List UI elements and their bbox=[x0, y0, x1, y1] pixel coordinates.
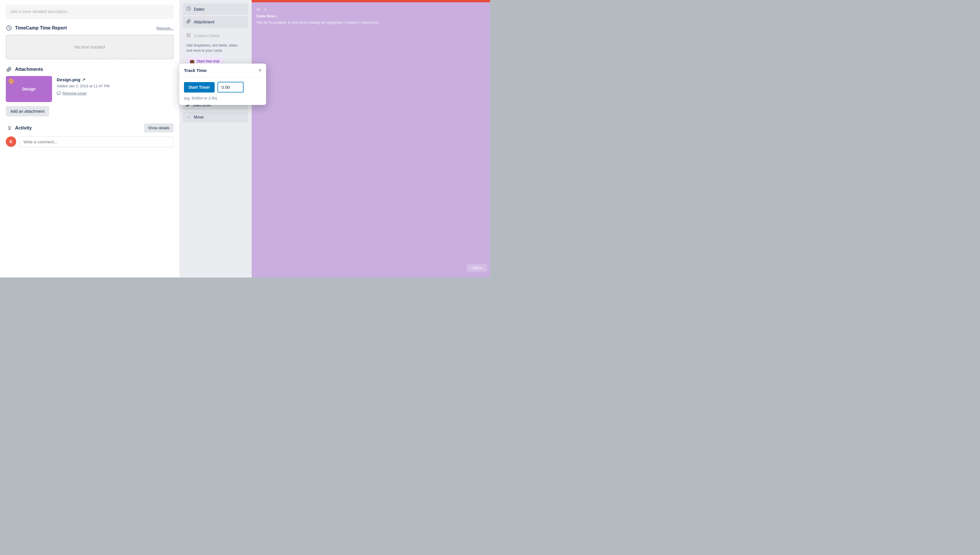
sidebar-attachment[interactable]: Attachment bbox=[183, 16, 248, 28]
modal-controls: Start Timer bbox=[184, 82, 262, 93]
custom-fields-label: Custom Fields bbox=[194, 34, 220, 38]
svg-rect-10 bbox=[189, 34, 190, 35]
activity-header: Activity Show details bbox=[6, 124, 174, 132]
far-right-card-title: Code Revi... bbox=[256, 14, 485, 18]
eye-icon bbox=[256, 8, 260, 11]
custom-fields-header: Custom Fields bbox=[183, 30, 248, 42]
start-timer-modal-button[interactable]: Start Timer bbox=[184, 82, 215, 93]
remove-cover-label: Remove cover bbox=[63, 91, 87, 95]
modal-title: Track Time bbox=[184, 68, 207, 73]
no-time-label: No time tracked bbox=[74, 45, 105, 50]
briefcase-icon: 💼 bbox=[190, 59, 194, 63]
free-trial-label: Start free trial bbox=[197, 59, 219, 63]
attachments-title: Attachments bbox=[15, 67, 43, 72]
paperclip-icon bbox=[6, 66, 12, 72]
attachment-item: 🎨 Design Design.png ↗ Added Jan 2, 2019 … bbox=[6, 76, 174, 102]
time-hint: (eg. 2h30m or 2.5h) bbox=[184, 96, 262, 100]
far-right-panel: ... Code Revi... This list ha enabled, t… bbox=[252, 0, 490, 278]
sidebar-move[interactable]: → Move bbox=[183, 112, 248, 123]
arrow-right-icon: → bbox=[186, 114, 191, 120]
svg-point-14 bbox=[258, 9, 259, 10]
timecamp-header: TimeCamp Time Report Remove... bbox=[6, 25, 174, 31]
attachment-filename: Design.png bbox=[57, 77, 80, 82]
modal-body: Start Timer (eg. 2h30m or 2.5h) bbox=[179, 77, 266, 105]
add-attachment-button[interactable]: Add an attachment bbox=[6, 106, 49, 117]
avatar-initial: E bbox=[10, 140, 12, 144]
dates-label: Dates bbox=[194, 7, 204, 11]
activity-title-group: Activity bbox=[6, 125, 32, 131]
thumb-label: Design bbox=[22, 87, 36, 91]
attachment-date: Added Jan 2, 2019 at 11:47 PM bbox=[57, 84, 109, 88]
clock-icon bbox=[186, 6, 191, 12]
monitor-icon bbox=[57, 91, 61, 95]
remove-link[interactable]: Remove... bbox=[156, 26, 174, 30]
red-bar bbox=[252, 0, 490, 2]
modal-close-button[interactable]: × bbox=[258, 67, 262, 73]
timecamp-icon bbox=[6, 25, 12, 31]
attachment-thumbnail: 🎨 Design bbox=[6, 76, 52, 102]
attachments-header: Attachments bbox=[6, 66, 174, 72]
right-sidebar: Dates Attachment Custom Fields bbox=[179, 0, 252, 278]
left-panel: Add a more detailed description... TimeC… bbox=[0, 0, 179, 278]
far-right-content: ... Code Revi... This list ha enabled, t… bbox=[252, 3, 490, 30]
attachments-title-group: Attachments bbox=[6, 66, 43, 72]
external-link-icon[interactable]: ↗ bbox=[82, 77, 85, 82]
show-details-button[interactable]: Show details bbox=[144, 124, 174, 132]
attachment-sidebar-label: Attachment bbox=[194, 20, 214, 24]
user-avatar: E bbox=[6, 136, 16, 147]
modal-header: Track Time × bbox=[179, 64, 266, 77]
sidebar-dates[interactable]: Dates bbox=[183, 3, 248, 15]
custom-fields-section: Custom Fields Add dropdowns, text fields… bbox=[183, 30, 248, 67]
comment-input[interactable] bbox=[19, 136, 174, 148]
far-right-add-btn[interactable]: + Add a... bbox=[467, 264, 487, 272]
red-bar-right bbox=[472, 0, 490, 2]
attachments-section: Attachments 🎨 Design Design.png ↗ Added … bbox=[6, 66, 174, 117]
comment-row: E bbox=[6, 136, 174, 148]
track-time-modal: Track Time × Start Timer (eg. 2h30m or 2… bbox=[179, 64, 266, 105]
activity-icon bbox=[6, 125, 12, 131]
attachment-info: Design.png ↗ Added Jan 2, 2019 at 11:47 … bbox=[57, 76, 109, 95]
thumb-emoji: 🎨 bbox=[8, 79, 14, 85]
far-right-title-badge: ... bbox=[269, 8, 272, 11]
far-right-header: ... bbox=[256, 8, 485, 11]
remove-cover-link[interactable]: Remove cover bbox=[57, 91, 109, 95]
attachment-name: Design.png ↗ bbox=[57, 77, 109, 82]
custom-fields-icon bbox=[186, 33, 191, 39]
far-right-card-text: This list ha enabled, to and remov picki… bbox=[256, 20, 485, 25]
svg-rect-11 bbox=[189, 35, 190, 37]
time-input[interactable] bbox=[217, 82, 244, 93]
activity-title: Activity bbox=[15, 125, 32, 131]
description-placeholder: Add a more detailed description... bbox=[10, 9, 71, 14]
svg-rect-12 bbox=[187, 35, 188, 37]
svg-rect-9 bbox=[187, 34, 188, 35]
move-label: Move bbox=[194, 115, 204, 119]
list-icon bbox=[263, 8, 267, 11]
timecamp-title: TimeCamp Time Report bbox=[15, 26, 67, 30]
svg-rect-1 bbox=[57, 91, 61, 94]
description-area[interactable]: Add a more detailed description... bbox=[6, 5, 174, 19]
no-time-box: No time tracked bbox=[6, 35, 174, 59]
attachment-sidebar-icon bbox=[186, 19, 191, 25]
custom-fields-description: Add dropdowns, text fields, dates, and m… bbox=[183, 42, 248, 56]
activity-section: Activity Show details E bbox=[6, 124, 174, 148]
main-container: Add a more detailed description... TimeC… bbox=[0, 0, 490, 278]
timecamp-title-group: TimeCamp Time Report bbox=[6, 25, 67, 31]
timecamp-section: TimeCamp Time Report Remove... No time t… bbox=[6, 25, 174, 59]
